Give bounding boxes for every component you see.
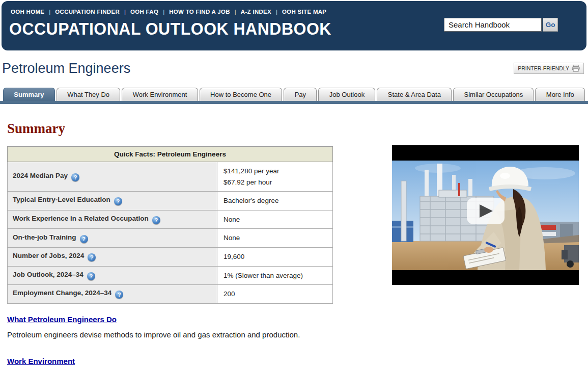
quick-facts-row: 2024 Median Pay?$141,280 per year$67.92 … [8,162,333,192]
nav-link-ooh-home[interactable]: OOH HOME [11,9,44,15]
quick-facts-label: Number of Jobs, 2024? [8,247,217,266]
page-title: Petroleum Engineers [2,61,584,76]
help-icon[interactable]: ? [114,197,122,205]
nav-link-how-to-find-a-job[interactable]: HOW TO FIND A JOB [169,9,230,15]
quick-facts-value: $141,280 per year$67.92 per hour [217,162,333,192]
tab-accent-bar [0,101,588,104]
tab-work-environment[interactable]: Work Environment [122,88,198,101]
video-player[interactable] [392,145,579,285]
summary-sections: What Petroleum Engineers DoPetroleum eng… [7,311,581,368]
section-link-work-environment[interactable]: Work Environment [7,357,75,365]
quick-facts-value: 1% (Slower than average) [217,266,333,285]
help-icon[interactable]: ? [80,235,88,243]
tab-similar-occupations[interactable]: Similar Occupations [453,88,534,101]
tab-what-they-do[interactable]: What They Do [57,88,121,101]
nav-link-occupation-finder[interactable]: OCCUPATION FINDER [55,9,120,15]
quick-facts-value: None [217,210,333,229]
nav-link-ooh-site-map[interactable]: OOH SITE MAP [282,9,326,15]
quick-facts-title: Quick Facts: Petroleum Engineers [8,147,333,162]
search-area: Go [444,18,558,32]
quick-facts-label: 2024 Median Pay? [8,162,217,192]
main-content: Summary Quick Facts: Petroleum Engineers… [0,121,588,368]
quick-facts-row: Job Outlook, 2024–34?1% (Slower than ave… [8,266,333,285]
quick-facts-row: Number of Jobs, 2024?19,600 [8,247,333,266]
tab-how-to-become-one[interactable]: How to Become One [200,88,283,101]
tab-pay[interactable]: Pay [284,88,317,101]
help-icon[interactable]: ? [87,272,95,280]
quick-facts-label: On-the-job Training? [8,229,217,248]
quick-facts-value: None [217,229,333,248]
search-go-button[interactable]: Go [543,18,558,32]
quick-facts-row: Typical Entry-Level Education?Bachelor's… [8,192,333,211]
quick-facts-label: Employment Change, 2024–34? [8,285,217,304]
quick-facts-table: Quick Facts: Petroleum Engineers 2024 Me… [7,146,333,304]
help-icon[interactable]: ? [115,291,123,299]
search-input[interactable] [444,18,542,32]
nav-separator: | [124,9,126,15]
section-link-what-petroleum-engineers-do[interactable]: What Petroleum Engineers Do [7,315,117,324]
nav-separator: | [49,9,50,15]
nav-link-ooh-faq[interactable]: OOH FAQ [130,9,158,15]
quick-facts-value: 200 [217,285,333,304]
printer-friendly-button[interactable]: PRINTER-FRIENDLY [514,63,584,74]
quick-facts-label: Work Experience in a Related Occupation? [8,210,217,229]
help-icon[interactable]: ? [88,253,96,261]
nav-separator: | [276,9,277,15]
facts-row: Quick Facts: Petroleum Engineers 2024 Me… [7,146,581,304]
play-button [467,198,505,224]
summary-heading: Summary [7,121,581,137]
quick-facts-value: 19,600 [217,247,333,266]
site-header: OOH HOME|OCCUPATION FINDER|OOH FAQ|HOW T… [2,1,586,50]
help-icon[interactable]: ? [152,216,160,224]
nav-separator: | [163,9,164,15]
tab-list: SummaryWhat They DoWork EnvironmentHow t… [0,88,588,101]
nav-link-a-z-index[interactable]: A-Z INDEX [241,9,271,15]
section-paragraph: Petroleum engineers devise methods to im… [7,329,581,341]
tab-job-outlook[interactable]: Job Outlook [318,88,375,101]
printer-icon [572,65,580,72]
page-head: Petroleum Engineers PRINTER-FRIENDLY [2,61,584,81]
quick-facts-label: Typical Entry-Level Education? [8,192,217,211]
help-icon[interactable]: ? [71,173,79,181]
quick-facts-value: Bachelor's degree [217,192,333,211]
tab-state-area-data[interactable]: State & Area Data [377,88,452,101]
tab-summary[interactable]: Summary [3,88,55,101]
quick-facts-row: Work Experience in a Related Occupation?… [8,210,333,229]
nav-separator: | [235,9,236,15]
quick-facts-row: On-the-job Training?None [8,229,333,248]
top-nav: OOH HOME|OCCUPATION FINDER|OOH FAQ|HOW T… [2,1,586,15]
printer-friendly-label: PRINTER-FRIENDLY [518,65,569,71]
quick-facts-row: Employment Change, 2024–34?200 [8,285,333,304]
quick-facts-body: 2024 Median Pay?$141,280 per year$67.92 … [8,162,333,304]
video-thumbnail [392,145,579,285]
site-title: OCCUPATIONAL OUTLOOK HANDBOOK [9,19,331,39]
quick-facts-label: Job Outlook, 2024–34? [8,266,217,285]
tab-more-info[interactable]: More Info [535,88,585,101]
